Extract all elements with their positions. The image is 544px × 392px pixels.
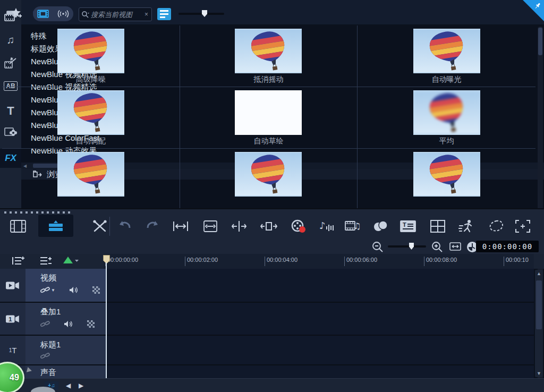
motion-tracking-icon[interactable] [458,217,475,236]
effect-label: 自动草绘 [180,135,358,147]
effect-thumbnail [413,29,480,73]
effect-thumbnail [57,90,124,135]
effect-thumbnail [235,29,302,73]
ruler-label: 00:00:08:00 [424,257,457,266]
ruler-label: 00:00:00:00 [105,257,138,266]
track-scroll-left-icon[interactable]: ◀ [66,382,71,389]
scroll-down-icon[interactable]: ▼ [535,371,543,376]
auto-music-icon[interactable]: ♫ [344,217,361,236]
undo-icon[interactable] [116,217,133,236]
track-row-video[interactable]: 视频 ▼ [0,269,534,302]
effect-thumbnail [57,152,124,197]
track-row-overlay1[interactable]: 叠加1 [0,303,534,335]
show-video-toggle[interactable] [37,10,49,18]
fit-timeline-icon[interactable] [449,242,461,251]
tools-icon[interactable] [91,217,108,236]
effect-item[interactable] [2,149,180,210]
svg-text:♪: ♪ [319,220,326,231]
ruler-label: 00:00:06:00 [344,257,377,266]
effect-thumbnail [57,29,124,73]
effect-item[interactable]: 自动草绘 [180,87,358,149]
effect-item[interactable]: 高级降噪 [2,25,180,87]
effect-label: 自动曝光 [358,73,536,85]
add-marker-icon[interactable] [63,255,79,265]
track-transparency-icon[interactable] [92,286,100,294]
show-audio-toggle[interactable] [57,10,70,18]
effect-item[interactable]: 自动调配 [2,87,180,149]
scroll-up-icon[interactable]: ▲ [535,271,543,276]
ruler-label: 00:00:04:00 [265,257,298,266]
track-header[interactable]: 1T 标题1 [0,336,106,364]
split-screen-template-icon[interactable] [429,217,446,236]
effect-thumbnail [235,90,302,135]
ruler-label: 00:00:02:00 [185,257,218,266]
link-icon[interactable] [40,320,50,328]
mute-track-icon[interactable] [64,320,73,328]
trim-markers-icon[interactable] [172,217,189,236]
track-content[interactable] [106,269,534,302]
track-row-title1[interactable]: 1T 标题1 [0,336,534,364]
effect-item[interactable]: 平均 [358,87,536,149]
timeline-zoom-slider[interactable] [388,245,426,248]
playhead-line[interactable] [106,262,107,378]
track-name: 声音 [40,368,56,378]
title-track-icon: 1T [0,336,26,364]
timeline-ruler[interactable]: 00:00:00:00 00:00:02:00 00:00:04:00 00:0… [104,254,534,269]
split-clip-icon[interactable] [231,217,248,236]
effect-item[interactable] [180,149,358,210]
track-header[interactable]: 视频 ▼ [0,269,106,302]
redo-icon[interactable] [144,217,162,236]
toolbar-drag-handle[interactable] [4,211,73,214]
effect-label: 平均 [358,135,536,147]
bottom-bar: +♫ ◀ ▶ [0,378,544,392]
link-icon[interactable]: ▼ [40,286,55,294]
effect-item[interactable]: 自动曝光 [358,25,536,87]
thumbnail-size-slider[interactable] [178,13,224,15]
track-content[interactable] [106,365,534,378]
effect-label: 抵消摇动 [180,73,358,85]
timeline-tracks: 视频 ▼ 叠加1 [0,269,534,378]
timeline-vertical-scrollbar[interactable]: ▲ ▼ [535,270,543,377]
search-clear-icon[interactable]: × [143,11,149,18]
track-name: 标题1 [40,340,61,350]
customize-motion-icon[interactable] [488,217,505,236]
track-scroll-right-icon[interactable]: ▶ [79,382,83,389]
effect-thumbnail [235,152,302,197]
fit-project-icon[interactable] [202,217,219,236]
add-to-favorites-icon[interactable] [11,7,23,19]
timeline-timecode[interactable]: 0:00:00:00 [476,241,539,252]
zoom-in-icon[interactable] [431,241,443,253]
videostudio-window: V 文件(F) 编辑(E) 工具(T) 设置(S) 帮助(H) 捕获 编辑 共享… [0,0,544,392]
mute-track-icon[interactable] [69,286,79,294]
track-row-voice[interactable]: 声音 [0,365,534,378]
search-input[interactable] [90,10,143,19]
overlay-options-icon[interactable] [372,217,389,236]
timeline-view-button[interactable] [38,215,73,237]
media-type-toggle [33,6,73,21]
track-content[interactable] [106,336,534,364]
sound-mixer-icon[interactable]: ♪ [318,217,335,236]
svg-text:T: T [403,221,406,228]
search-box: × [79,7,152,21]
effect-label: 高级降噪 [2,73,180,85]
track-content[interactable] [106,303,534,335]
track-transparency-icon[interactable] [87,320,95,328]
subtitle-editor-icon[interactable]: T [400,217,416,236]
zoom-out-icon[interactable] [372,241,384,253]
effect-item[interactable]: 抵消摇动 [180,25,358,87]
mask-creator-icon[interactable] [514,217,531,236]
record-capture-icon[interactable] [290,217,307,236]
link-icon[interactable] [40,352,50,360]
track-list-icon[interactable] [12,255,24,266]
track-name: 叠加1 [40,307,61,317]
svg-text:♫: ♫ [353,221,361,231]
track-manager-icon[interactable] [39,255,52,266]
track-name: 视频 [40,273,56,283]
panel-layout-button[interactable] [157,8,171,20]
search-icon[interactable] [81,11,90,18]
ripple-edit-icon[interactable] [260,217,277,236]
gallery-header: × [0,3,544,23]
effect-item[interactable] [358,149,536,210]
track-header[interactable]: 叠加1 [0,303,106,335]
storyboard-view-icon[interactable] [10,217,27,236]
